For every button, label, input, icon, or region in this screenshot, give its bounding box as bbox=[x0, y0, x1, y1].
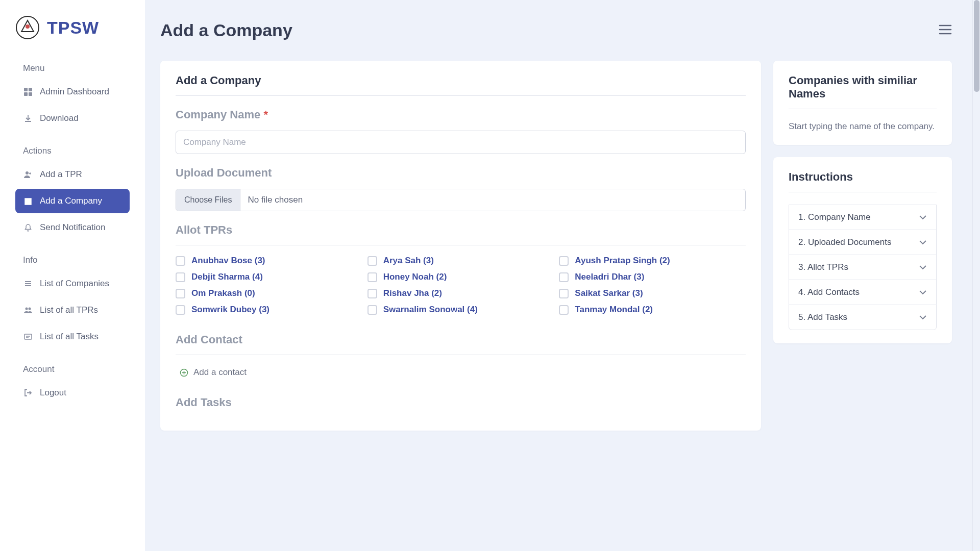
tpr-checkbox[interactable] bbox=[176, 305, 185, 315]
sidebar-item-logout[interactable]: Logout bbox=[15, 381, 130, 405]
sidebar-item-label: List of Companies bbox=[40, 279, 109, 289]
chevron-down-icon bbox=[919, 312, 927, 322]
tpr-checkbox[interactable] bbox=[176, 289, 185, 298]
accordion-item-add-tasks[interactable]: 5. Add Tasks bbox=[789, 305, 937, 330]
tpr-checkbox[interactable] bbox=[368, 289, 377, 298]
nav-heading: Actions bbox=[15, 140, 130, 162]
tpr-item: Neeladri Dhar (3) bbox=[559, 272, 746, 282]
sidebar-item-add-tpr[interactable]: Add a TPR bbox=[15, 162, 130, 187]
tpr-checkbox[interactable] bbox=[176, 256, 185, 266]
tpr-link[interactable]: Anubhav Bose (3) bbox=[191, 256, 265, 266]
card-list-icon bbox=[23, 332, 33, 341]
sidebar-item-list-companies[interactable]: List of Companies bbox=[15, 271, 130, 296]
nav-heading: Account bbox=[15, 358, 130, 381]
tpr-link[interactable]: Rishav Jha (2) bbox=[383, 288, 442, 298]
brand: TPSW bbox=[0, 15, 145, 50]
similar-hint: Start typing the name of the company. bbox=[789, 121, 937, 132]
tpr-checkbox[interactable] bbox=[559, 256, 569, 266]
plus-circle-icon bbox=[180, 368, 188, 377]
nav-section-account: Account Logout bbox=[0, 358, 145, 407]
tpr-checkbox[interactable] bbox=[368, 305, 377, 315]
sidebar-item-label: Download bbox=[40, 113, 79, 123]
nav-section-actions: Actions Add a TPR Add a Company Send Not… bbox=[0, 140, 145, 242]
tpr-link[interactable]: Somwrik Dubey (3) bbox=[191, 305, 270, 315]
nav-section-menu: Menu Admin Dashboard Download bbox=[0, 57, 145, 133]
sidebar-item-admin-dashboard[interactable]: Admin Dashboard bbox=[15, 80, 130, 104]
add-contact-link[interactable]: Add a contact bbox=[176, 365, 251, 380]
tpr-item: Tanmay Mondal (2) bbox=[559, 305, 746, 315]
accordion-item-company-name[interactable]: 1. Company Name bbox=[789, 205, 937, 230]
tpr-grid: Anubhav Bose (3) Arya Sah (3) Ayush Prat… bbox=[176, 256, 746, 315]
instructions-card: Instructions 1. Company Name 2. Uploaded… bbox=[773, 157, 952, 343]
logout-icon bbox=[23, 388, 33, 397]
tpr-checkbox[interactable] bbox=[176, 272, 185, 282]
tpr-item: Arya Sah (3) bbox=[368, 256, 554, 266]
tpr-link[interactable]: Honey Noah (2) bbox=[383, 272, 447, 282]
add-tasks-label: Add Tasks bbox=[176, 396, 746, 417]
accordion-item-allot-tprs[interactable]: 3. Allot TPRs bbox=[789, 255, 937, 280]
accordion-label: 3. Allot TPRs bbox=[798, 262, 848, 272]
sidebar-item-label: List of all TPRs bbox=[40, 305, 98, 315]
accordion-label: 2. Uploaded Documents bbox=[798, 237, 891, 247]
tpr-item: Anubhav Bose (3) bbox=[176, 256, 362, 266]
tpr-link[interactable]: Saikat Sarkar (3) bbox=[575, 288, 643, 298]
people-icon bbox=[23, 306, 33, 315]
tpr-link[interactable]: Arya Sah (3) bbox=[383, 256, 434, 266]
svg-rect-11 bbox=[24, 334, 32, 339]
sidebar-item-label: Send Notification bbox=[40, 222, 106, 233]
sidebar-item-list-tprs[interactable]: List of all TPRs bbox=[15, 298, 130, 322]
sidebar-item-download[interactable]: Download bbox=[15, 106, 130, 131]
hamburger-icon[interactable] bbox=[939, 24, 952, 37]
sidebar-item-send-notification[interactable]: Send Notification bbox=[15, 215, 130, 240]
tpr-item: Saikat Sarkar (3) bbox=[559, 288, 746, 298]
tpr-checkbox[interactable] bbox=[368, 272, 377, 282]
tpr-link[interactable]: Swarnalim Sonowal (4) bbox=[383, 305, 478, 315]
svg-rect-5 bbox=[24, 92, 28, 96]
svg-rect-4 bbox=[29, 88, 32, 91]
form-column: Add a Company Company Name * Upload Docu… bbox=[160, 61, 761, 431]
similar-names-card: Companies with similiar Names Start typi… bbox=[773, 61, 952, 145]
sidebar-item-label: List of all Tasks bbox=[40, 332, 99, 342]
tpr-item: Rishav Jha (2) bbox=[368, 288, 554, 298]
sidebar-item-list-tasks[interactable]: List of all Tasks bbox=[15, 324, 130, 349]
sidebar-item-label: Admin Dashboard bbox=[40, 87, 109, 97]
bell-icon bbox=[23, 223, 33, 232]
tpr-checkbox[interactable] bbox=[559, 289, 569, 298]
tpr-checkbox[interactable] bbox=[559, 272, 569, 282]
accordion-item-uploaded-documents[interactable]: 2. Uploaded Documents bbox=[789, 230, 937, 255]
choose-files-button[interactable]: Choose Files bbox=[176, 189, 240, 211]
nav-heading: Info bbox=[15, 249, 130, 271]
sidebar-item-label: Add a TPR bbox=[40, 169, 82, 180]
sidebar-item-add-company[interactable]: Add a Company bbox=[15, 189, 130, 213]
accordion-label: 5. Add Tasks bbox=[798, 312, 847, 322]
svg-point-2 bbox=[26, 24, 30, 29]
page-title: Add a Company bbox=[160, 20, 292, 40]
sidebar-item-label: Add a Company bbox=[40, 196, 102, 206]
tpr-checkbox[interactable] bbox=[368, 256, 377, 266]
tpr-link[interactable]: Om Prakash (0) bbox=[191, 288, 255, 298]
scrollbar-track[interactable] bbox=[972, 0, 980, 551]
add-company-card: Add a Company Company Name * Upload Docu… bbox=[160, 61, 761, 431]
accordion-item-add-contacts[interactable]: 4. Add Contacts bbox=[789, 280, 937, 305]
company-name-input[interactable] bbox=[176, 131, 746, 154]
tpr-link[interactable]: Tanmay Mondal (2) bbox=[575, 305, 653, 315]
main-header: Add a Company bbox=[160, 20, 952, 40]
card-title: Instructions bbox=[789, 170, 937, 192]
upload-label: Upload Document bbox=[176, 166, 746, 180]
tpr-link[interactable]: Debjit Sharma (4) bbox=[191, 272, 263, 282]
nav-heading: Menu bbox=[15, 57, 130, 80]
tpr-checkbox[interactable] bbox=[559, 305, 569, 315]
file-input-wrap: Choose Files No file chosen bbox=[176, 189, 746, 211]
tpr-item: Honey Noah (2) bbox=[368, 272, 554, 282]
tpr-link[interactable]: Neeladri Dhar (3) bbox=[575, 272, 644, 282]
list-icon bbox=[23, 279, 33, 288]
accordion-label: 4. Add Contacts bbox=[798, 287, 860, 297]
dashboard-icon bbox=[23, 87, 33, 96]
file-status: No file chosen bbox=[240, 189, 745, 211]
tpr-link[interactable]: Ayush Pratap Singh (2) bbox=[575, 256, 670, 266]
tpr-item: Somwrik Dubey (3) bbox=[176, 305, 362, 315]
building-icon bbox=[23, 196, 33, 206]
card-title: Companies with similiar Names bbox=[789, 74, 937, 109]
label-text: Company Name bbox=[176, 108, 263, 121]
scrollbar-thumb[interactable] bbox=[974, 0, 979, 92]
